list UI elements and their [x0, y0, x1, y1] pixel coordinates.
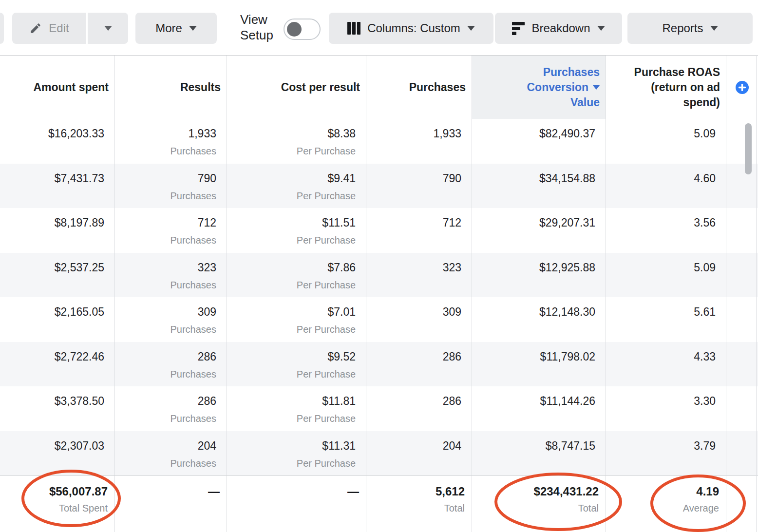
add-column-icon[interactable]	[736, 81, 749, 94]
cell-empty	[726, 253, 758, 298]
cell-cost-per-result: $9.52 Per Purchase	[227, 342, 366, 387]
cell-results: 790 Purchases	[115, 164, 227, 209]
total-conversion-value-cell: $234,431.22 Total	[472, 476, 606, 532]
column-header-cost-per-result[interactable]: Cost per result	[227, 56, 366, 119]
cell-roas: 3.79	[606, 431, 726, 476]
cell-empty	[726, 386, 758, 431]
cell-conversion-value: $8,747.15	[472, 431, 606, 476]
columns-icon	[347, 22, 360, 35]
cell-cost-per-result: $11.51 Per Purchase	[227, 208, 366, 253]
cell-roas: 5.09	[606, 253, 726, 298]
add-column-cell	[726, 56, 758, 119]
total-cost-per-result-cell: —	[227, 476, 366, 532]
toggle-knob	[287, 22, 302, 37]
cell-conversion-value: $11,144.26	[472, 386, 606, 431]
chevron-down-icon	[710, 26, 718, 31]
table-row[interactable]: $2,307.03 204 Purchases $11.31 Per Purch…	[0, 431, 758, 476]
table-body: $16,203.33 1,933 Purchases $8.38 Per Pur…	[0, 119, 758, 475]
column-header-purchases-conversion-value[interactable]: Purchases Conversion Value	[472, 56, 606, 119]
columns-button-label: Columns: Custom	[367, 21, 460, 35]
cell-purchases: 286	[366, 342, 472, 387]
chevron-down-icon	[189, 26, 197, 31]
cell-results: 323 Purchases	[115, 253, 227, 298]
cell-empty	[726, 297, 758, 342]
more-button-label: More	[155, 21, 182, 35]
cell-purchases: 790	[366, 164, 472, 209]
total-purchases-cell: 5,612 Total	[366, 476, 472, 532]
cell-empty	[726, 431, 758, 476]
cell-roas: 4.60	[606, 164, 726, 209]
table-row[interactable]: $2,165.05 309 Purchases $7.01 Per Purcha…	[0, 297, 758, 342]
ads-manager-table-view: Edit More View Setup Columns: Custom Bre…	[0, 0, 758, 532]
table-row[interactable]: $8,197.89 712 Purchases $11.51 Per Purch…	[0, 208, 758, 253]
table-right-border	[756, 55, 757, 532]
cell-conversion-value: $12,925.88	[472, 253, 606, 298]
cell-cost-per-result: $7.86 Per Purchase	[227, 253, 366, 298]
cell-purchases: 712	[366, 208, 472, 253]
totals-row: $56,007.87 Total Spent — — 5,612 Total $…	[0, 475, 758, 532]
total-amount-spent-cell: $56,007.87 Total Spent	[0, 476, 115, 532]
total-results-cell: —	[115, 476, 227, 532]
table-header-row: Amount spent Results Cost per result Pur…	[0, 56, 758, 119]
cell-results: 286 Purchases	[115, 342, 227, 387]
cell-conversion-value: $29,207.31	[472, 208, 606, 253]
column-header-results[interactable]: Results	[115, 56, 227, 119]
cell-roas: 3.30	[606, 386, 726, 431]
breakdown-button-label: Breakdown	[531, 21, 590, 35]
cell-amount-spent: $2,722.46	[0, 342, 115, 387]
cell-cost-per-result: $11.81 Per Purchase	[227, 386, 366, 431]
vertical-scrollbar-thumb[interactable]	[745, 123, 752, 174]
pencil-icon	[29, 22, 42, 35]
cell-empty	[726, 119, 758, 164]
cell-conversion-value: $82,490.37	[472, 119, 606, 164]
cropped-button[interactable]	[0, 13, 4, 44]
cell-amount-spent: $2,165.05	[0, 297, 115, 342]
column-header-purchases[interactable]: Purchases	[366, 56, 472, 119]
edit-button[interactable]: Edit	[12, 13, 86, 44]
cell-roas: 3.56	[606, 208, 726, 253]
cell-conversion-value: $34,154.88	[472, 164, 606, 209]
columns-button[interactable]: Columns: Custom	[329, 13, 493, 44]
reports-button-label: Reports	[662, 21, 703, 35]
cell-purchases: 1,933	[366, 119, 472, 164]
cell-results: 712 Purchases	[115, 208, 227, 253]
chevron-down-icon	[104, 26, 112, 31]
cell-cost-per-result: $7.01 Per Purchase	[227, 297, 366, 342]
cell-amount-spent: $8,197.89	[0, 208, 115, 253]
cell-amount-spent: $3,378.50	[0, 386, 115, 431]
chevron-down-icon	[467, 26, 475, 31]
cell-results: 309 Purchases	[115, 297, 227, 342]
table-row[interactable]: $2,537.25 323 Purchases $7.86 Per Purcha…	[0, 253, 758, 298]
table-row[interactable]: $3,378.50 286 Purchases $11.81 Per Purch…	[0, 386, 758, 431]
cell-empty	[726, 208, 758, 253]
breakdown-button[interactable]: Breakdown	[495, 13, 622, 44]
table-row[interactable]: $16,203.33 1,933 Purchases $8.38 Per Pur…	[0, 119, 758, 164]
chevron-down-icon	[597, 26, 605, 31]
cell-conversion-value: $11,798.02	[472, 342, 606, 387]
more-button[interactable]: More	[135, 13, 217, 44]
edit-dropdown-button[interactable]	[88, 13, 128, 44]
cell-purchases: 309	[366, 297, 472, 342]
breakdown-icon	[512, 22, 525, 35]
cell-cost-per-result: $8.38 Per Purchase	[227, 119, 366, 164]
cell-results: 204 Purchases	[115, 431, 227, 476]
total-roas-cell: 4.19 Average	[606, 476, 726, 532]
sort-descending-icon	[593, 85, 600, 90]
view-setup-label: View Setup	[240, 12, 273, 43]
table-row[interactable]: $7,431.73 790 Purchases $9.41 Per Purcha…	[0, 164, 758, 209]
column-header-amount-spent[interactable]: Amount spent	[0, 56, 115, 119]
edit-button-label: Edit	[49, 21, 69, 35]
cell-cost-per-result: $11.31 Per Purchase	[227, 431, 366, 476]
column-header-purchase-roas[interactable]: Purchase ROAS (return on ad spend)	[606, 56, 726, 119]
view-setup-toggle[interactable]	[284, 19, 321, 40]
cell-conversion-value: $12,148.30	[472, 297, 606, 342]
table-row[interactable]: $2,722.46 286 Purchases $9.52 Per Purcha…	[0, 342, 758, 387]
reports-button[interactable]: Reports	[627, 13, 753, 44]
cell-cost-per-result: $9.41 Per Purchase	[227, 164, 366, 209]
cell-purchases: 323	[366, 253, 472, 298]
cell-results: 286 Purchases	[115, 386, 227, 431]
cell-amount-spent: $2,307.03	[0, 431, 115, 476]
results-table: Amount spent Results Cost per result Pur…	[0, 55, 758, 532]
cell-empty	[726, 164, 758, 209]
cell-amount-spent: $2,537.25	[0, 253, 115, 298]
